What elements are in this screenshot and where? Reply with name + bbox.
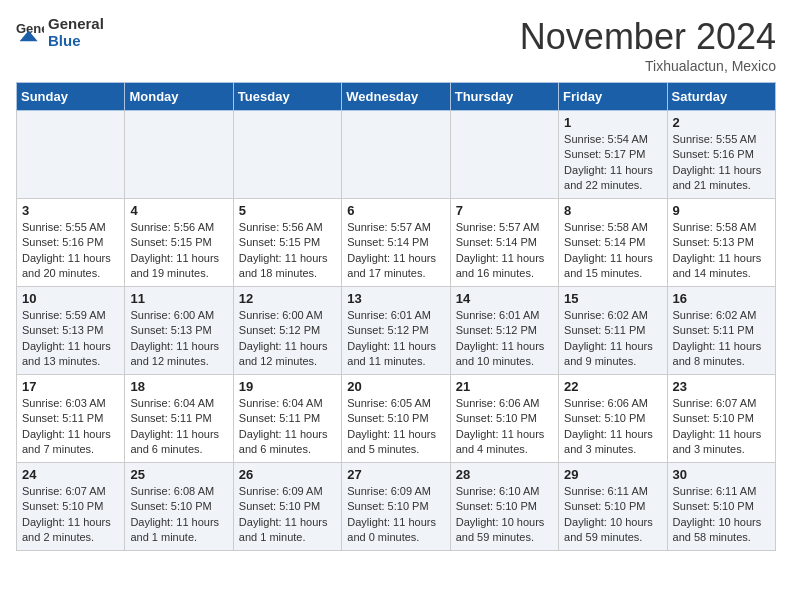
calendar-cell: 19Sunrise: 6:04 AM Sunset: 5:11 PM Dayli… — [233, 375, 341, 463]
day-of-week-header: Monday — [125, 83, 233, 111]
day-info: Sunrise: 6:03 AM Sunset: 5:11 PM Dayligh… — [22, 396, 119, 458]
month-title: November 2024 — [520, 16, 776, 58]
calendar-cell: 4Sunrise: 5:56 AM Sunset: 5:15 PM Daylig… — [125, 199, 233, 287]
day-info: Sunrise: 5:56 AM Sunset: 5:15 PM Dayligh… — [130, 220, 227, 282]
day-number: 8 — [564, 203, 661, 218]
day-info: Sunrise: 6:06 AM Sunset: 5:10 PM Dayligh… — [456, 396, 553, 458]
day-number: 26 — [239, 467, 336, 482]
logo: General General Blue — [16, 16, 104, 49]
calendar-cell: 23Sunrise: 6:07 AM Sunset: 5:10 PM Dayli… — [667, 375, 775, 463]
day-number: 3 — [22, 203, 119, 218]
day-number: 2 — [673, 115, 770, 130]
day-number: 22 — [564, 379, 661, 394]
day-of-week-header: Thursday — [450, 83, 558, 111]
calendar-cell: 24Sunrise: 6:07 AM Sunset: 5:10 PM Dayli… — [17, 463, 125, 551]
day-of-week-header: Friday — [559, 83, 667, 111]
day-number: 11 — [130, 291, 227, 306]
calendar-cell: 20Sunrise: 6:05 AM Sunset: 5:10 PM Dayli… — [342, 375, 450, 463]
calendar-cell: 8Sunrise: 5:58 AM Sunset: 5:14 PM Daylig… — [559, 199, 667, 287]
day-number: 10 — [22, 291, 119, 306]
day-number: 14 — [456, 291, 553, 306]
calendar-cell: 11Sunrise: 6:00 AM Sunset: 5:13 PM Dayli… — [125, 287, 233, 375]
day-info: Sunrise: 6:00 AM Sunset: 5:12 PM Dayligh… — [239, 308, 336, 370]
calendar-week-row: 24Sunrise: 6:07 AM Sunset: 5:10 PM Dayli… — [17, 463, 776, 551]
day-number: 27 — [347, 467, 444, 482]
day-info: Sunrise: 6:05 AM Sunset: 5:10 PM Dayligh… — [347, 396, 444, 458]
calendar-cell: 30Sunrise: 6:11 AM Sunset: 5:10 PM Dayli… — [667, 463, 775, 551]
day-number: 25 — [130, 467, 227, 482]
day-info: Sunrise: 5:55 AM Sunset: 5:16 PM Dayligh… — [673, 132, 770, 194]
day-info: Sunrise: 5:54 AM Sunset: 5:17 PM Dayligh… — [564, 132, 661, 194]
day-info: Sunrise: 6:07 AM Sunset: 5:10 PM Dayligh… — [22, 484, 119, 546]
day-info: Sunrise: 6:07 AM Sunset: 5:10 PM Dayligh… — [673, 396, 770, 458]
calendar-cell: 9Sunrise: 5:58 AM Sunset: 5:13 PM Daylig… — [667, 199, 775, 287]
day-number: 17 — [22, 379, 119, 394]
day-of-week-header: Wednesday — [342, 83, 450, 111]
calendar-cell — [342, 111, 450, 199]
day-info: Sunrise: 6:01 AM Sunset: 5:12 PM Dayligh… — [456, 308, 553, 370]
day-number: 1 — [564, 115, 661, 130]
day-number: 18 — [130, 379, 227, 394]
day-of-week-header: Sunday — [17, 83, 125, 111]
calendar-cell — [17, 111, 125, 199]
calendar-cell: 29Sunrise: 6:11 AM Sunset: 5:10 PM Dayli… — [559, 463, 667, 551]
day-info: Sunrise: 5:56 AM Sunset: 5:15 PM Dayligh… — [239, 220, 336, 282]
calendar-cell: 6Sunrise: 5:57 AM Sunset: 5:14 PM Daylig… — [342, 199, 450, 287]
day-info: Sunrise: 5:55 AM Sunset: 5:16 PM Dayligh… — [22, 220, 119, 282]
calendar-cell: 5Sunrise: 5:56 AM Sunset: 5:15 PM Daylig… — [233, 199, 341, 287]
logo-general: General — [48, 15, 104, 32]
day-info: Sunrise: 6:10 AM Sunset: 5:10 PM Dayligh… — [456, 484, 553, 546]
location: Tixhualactun, Mexico — [520, 58, 776, 74]
calendar-cell: 10Sunrise: 5:59 AM Sunset: 5:13 PM Dayli… — [17, 287, 125, 375]
calendar-cell: 25Sunrise: 6:08 AM Sunset: 5:10 PM Dayli… — [125, 463, 233, 551]
day-info: Sunrise: 6:06 AM Sunset: 5:10 PM Dayligh… — [564, 396, 661, 458]
calendar-cell: 18Sunrise: 6:04 AM Sunset: 5:11 PM Dayli… — [125, 375, 233, 463]
day-info: Sunrise: 6:08 AM Sunset: 5:10 PM Dayligh… — [130, 484, 227, 546]
day-info: Sunrise: 6:11 AM Sunset: 5:10 PM Dayligh… — [673, 484, 770, 546]
day-info: Sunrise: 6:09 AM Sunset: 5:10 PM Dayligh… — [347, 484, 444, 546]
calendar-cell: 3Sunrise: 5:55 AM Sunset: 5:16 PM Daylig… — [17, 199, 125, 287]
day-info: Sunrise: 5:58 AM Sunset: 5:14 PM Dayligh… — [564, 220, 661, 282]
day-number: 30 — [673, 467, 770, 482]
day-number: 20 — [347, 379, 444, 394]
day-number: 5 — [239, 203, 336, 218]
day-number: 21 — [456, 379, 553, 394]
day-of-week-header: Tuesday — [233, 83, 341, 111]
calendar-cell — [233, 111, 341, 199]
day-info: Sunrise: 5:57 AM Sunset: 5:14 PM Dayligh… — [456, 220, 553, 282]
day-number: 7 — [456, 203, 553, 218]
day-info: Sunrise: 6:02 AM Sunset: 5:11 PM Dayligh… — [564, 308, 661, 370]
day-of-week-header: Saturday — [667, 83, 775, 111]
calendar-cell: 15Sunrise: 6:02 AM Sunset: 5:11 PM Dayli… — [559, 287, 667, 375]
calendar-week-row: 1Sunrise: 5:54 AM Sunset: 5:17 PM Daylig… — [17, 111, 776, 199]
day-number: 15 — [564, 291, 661, 306]
calendar-cell: 14Sunrise: 6:01 AM Sunset: 5:12 PM Dayli… — [450, 287, 558, 375]
calendar-cell: 16Sunrise: 6:02 AM Sunset: 5:11 PM Dayli… — [667, 287, 775, 375]
logo-icon: General — [16, 19, 44, 47]
day-number: 19 — [239, 379, 336, 394]
day-number: 23 — [673, 379, 770, 394]
day-number: 24 — [22, 467, 119, 482]
day-number: 6 — [347, 203, 444, 218]
calendar-table: SundayMondayTuesdayWednesdayThursdayFrid… — [16, 82, 776, 551]
day-info: Sunrise: 6:04 AM Sunset: 5:11 PM Dayligh… — [239, 396, 336, 458]
day-info: Sunrise: 5:57 AM Sunset: 5:14 PM Dayligh… — [347, 220, 444, 282]
calendar-week-row: 10Sunrise: 5:59 AM Sunset: 5:13 PM Dayli… — [17, 287, 776, 375]
calendar-cell: 13Sunrise: 6:01 AM Sunset: 5:12 PM Dayli… — [342, 287, 450, 375]
calendar-cell: 12Sunrise: 6:00 AM Sunset: 5:12 PM Dayli… — [233, 287, 341, 375]
day-number: 28 — [456, 467, 553, 482]
day-info: Sunrise: 6:00 AM Sunset: 5:13 PM Dayligh… — [130, 308, 227, 370]
day-info: Sunrise: 5:59 AM Sunset: 5:13 PM Dayligh… — [22, 308, 119, 370]
day-number: 9 — [673, 203, 770, 218]
day-info: Sunrise: 6:11 AM Sunset: 5:10 PM Dayligh… — [564, 484, 661, 546]
title-block: November 2024 Tixhualactun, Mexico — [520, 16, 776, 74]
day-info: Sunrise: 5:58 AM Sunset: 5:13 PM Dayligh… — [673, 220, 770, 282]
logo-blue: Blue — [48, 32, 81, 49]
day-info: Sunrise: 6:04 AM Sunset: 5:11 PM Dayligh… — [130, 396, 227, 458]
day-number: 29 — [564, 467, 661, 482]
calendar-cell: 1Sunrise: 5:54 AM Sunset: 5:17 PM Daylig… — [559, 111, 667, 199]
day-info: Sunrise: 6:01 AM Sunset: 5:12 PM Dayligh… — [347, 308, 444, 370]
day-info: Sunrise: 6:09 AM Sunset: 5:10 PM Dayligh… — [239, 484, 336, 546]
calendar-cell — [450, 111, 558, 199]
calendar-cell — [125, 111, 233, 199]
